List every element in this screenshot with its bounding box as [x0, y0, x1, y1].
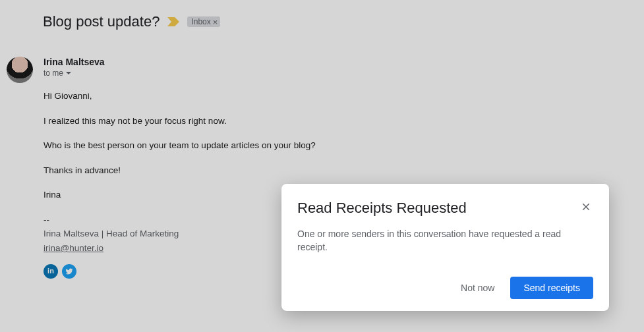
dialog-header: Read Receipts Requested: [297, 200, 593, 217]
close-button[interactable]: [579, 200, 593, 217]
dialog-body-text: One or more senders in this conversation…: [297, 227, 593, 254]
read-receipts-dialog: Read Receipts Requested One or more send…: [281, 184, 609, 311]
not-now-button[interactable]: Not now: [458, 277, 497, 298]
dialog-actions: Not now Send receipts: [297, 277, 593, 299]
close-icon: [580, 201, 592, 213]
send-receipts-button[interactable]: Send receipts: [510, 277, 593, 299]
dialog-title: Read Receipts Requested: [297, 200, 467, 217]
